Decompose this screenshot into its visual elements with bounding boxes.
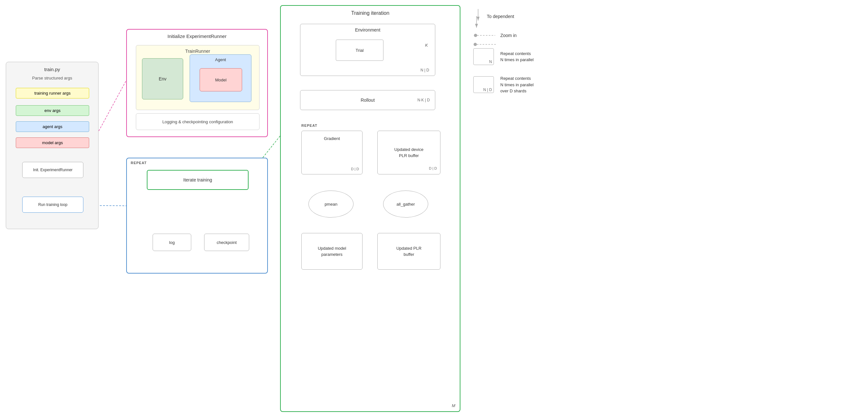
updated-plr-buffer-box: Updated PLRbuffer [377,233,440,270]
legend-repeat-nd-box-wrapper: N | D [473,76,496,93]
legend-nd-label: N | D [482,87,494,93]
gradient-box: Gradient D | D [301,131,363,174]
legend-dashed-label: Zoom in [500,33,517,38]
agent-outer-box: Agent Model [190,54,251,102]
dd-label-gradient: D | D [351,167,359,171]
legend-n-label: N [488,59,494,65]
legend-dashed-icon [473,33,496,38]
model-args-box: model args [16,137,89,148]
legend-repeat-n-box: N [473,48,494,65]
training-iteration-outer-box: Training iteration Environment Trial K N… [280,5,460,412]
m-label: M [452,403,455,408]
legend-repeat-n-box-wrapper: N [473,48,496,65]
legend-arrow-item: To dependent [473,9,570,24]
legend-arrow-icon [473,9,483,24]
dd-label-plr: D | D [429,166,437,171]
training-iteration-title: Training iteration [281,10,460,16]
legend-arrow-label: To dependent [487,14,514,19]
legend-area: To dependent Zoom in N Repeat contentsN … [473,9,570,94]
trial-box: Trial [336,40,383,61]
legend-arrow-svg [475,9,481,24]
train-runner-inner-box: TrainRunner Env Agent Model [136,45,259,110]
trainpy-title: train.py [6,67,98,72]
legend-repeat-nd-box: N | D [473,76,494,93]
init-exp-runner-title: Initialize ExperimentRunner [127,33,267,39]
legend-repeat-n-label: Repeat contentsN times in parallel [500,51,533,63]
environment-outer-box: Environment Trial K N | D [300,24,435,76]
trainpy-subtitle: Parse structured args [6,76,98,80]
legend-dashed-svg [473,33,496,38]
repeat-inner-label: REPEAT [301,124,317,127]
repeat-middle-label: REPEAT [131,161,147,165]
env-args-box: env args [16,105,89,116]
trainpy-outer-box: train.py Parse structured args training … [6,62,98,229]
checkpoint-box: checkpoint [204,234,249,251]
nd-label-env: N | D [421,68,429,72]
k-label: K [425,43,428,47]
rollout-box: Rollout N·K | D [300,90,435,110]
svg-point-29 [474,34,477,37]
iterate-training-box: Iterate training [147,170,249,190]
log-box: log [153,234,191,251]
init-experimentrunner-flow-box: Init. ExperimentRunner [22,162,83,178]
run-training-loop-box: Run training loop [22,197,83,213]
agent-args-box: agent args [16,121,89,132]
legend-dashed-item: Zoom in [473,33,570,38]
legend-repeat-n-item: N Repeat contentsN times in parallel [473,48,570,65]
pmean-circle: pmean [308,191,353,218]
legend-repeat-nd-label: Repeat contentsN times in parallelover D… [500,75,533,94]
diagram-container: train.py Parse structured args training … [0,0,868,419]
legend-repeat-nd-item: N | D Repeat contentsN times in parallel… [473,75,570,94]
nkd-label: N·K | D [417,98,430,102]
logging-checkpointing-box: Logging & checkpointing configuration [136,113,259,130]
environment-title: Environment [300,27,435,33]
training-runner-args-box: training runner args [16,88,89,98]
initialize-experiment-runner-box: Initialize ExperimentRunner TrainRunner … [126,29,268,137]
train-runner-title: TrainRunner [136,49,259,54]
env-inner-box: Env [142,58,183,99]
model-inner-box: Model [199,68,242,91]
updated-model-params-box: Updated modelparameters [301,233,363,270]
repeat-middle-box: REPEAT Iterate training log checkpoint [126,158,268,273]
agent-title: Agent [190,57,251,62]
updated-device-plr-box: Updated device PLR buffer D | D [377,131,440,174]
allgather-circle: all_gather [383,191,428,218]
